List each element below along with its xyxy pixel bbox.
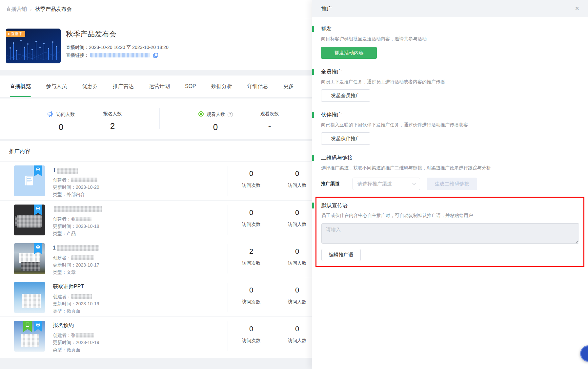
section-desc: 向员工下发推广任务，通过员工进行活动或者内容的推广传播 (321, 78, 579, 85)
content-type: 类型：文章 (53, 269, 99, 276)
visits-stat: 0 访问次数 (228, 169, 274, 188)
list-item[interactable]: T 创建者： 更新时间：2023-10-20 类型：外部内容 0 访问次数 (0, 162, 318, 200)
edit-slogan-button[interactable]: 编辑推广语 (321, 249, 361, 261)
close-icon[interactable]: × (575, 5, 579, 12)
breadcrumb-current: 秋季产品发布会 (35, 6, 72, 13)
target-eye-icon (198, 111, 204, 118)
green-bullet-icon (312, 203, 314, 208)
stat-viewers-label: 观看人数 (207, 112, 225, 118)
tab-promo-radar[interactable]: 推广雷达 (113, 76, 134, 97)
channel-select[interactable]: 请选择推广渠道 (353, 178, 420, 190)
breadcrumb: 直播营销 › 秋季产品发布会 (0, 0, 318, 19)
section-desc: 选择推广渠道，获取不同渠道的推广二维码与链接，对渠道推广效果进行跟踪与分析 (321, 164, 579, 171)
channel-select-placeholder: 请选择推广渠道 (357, 181, 392, 187)
overview-stats: 访问人数 0 报名人数 2 观看人数 ? 0 (0, 98, 318, 139)
live-info-section: 直播中 秋季产品发布会 直播时间： 2023-10-20 16:20 至 202… (0, 19, 318, 70)
redacted-image (21, 262, 40, 271)
content-creator: 创建者： (53, 254, 99, 261)
redacted-image (17, 215, 42, 228)
content-updated: 更新时间：2023-10-17 (53, 261, 99, 269)
list-item[interactable]: 获取讲师PPT 创建者： 更新时间：2023-10-19 类型：微页面 0 访问… (0, 278, 318, 316)
help-icon[interactable]: ? (228, 112, 233, 117)
section-staff-promo: 全员推广 向员工下发推广任务，通过员工进行活动或者内容的推广传播 发起全员推广 (321, 69, 579, 102)
section-desc: 员工或伙伴在内容中心自主推广时，可自动复制默认推广语，并粘贴给用户 (321, 212, 579, 219)
section-partner-promo: 伙伴推广 向已接入互联的下游伙伴下发推广任务，通过伙伴进行活动推广传播获客 发起… (321, 112, 579, 145)
content-info: 获取讲师PPT 创建者： 更新时间：2023-10-19 类型：微页面 (53, 282, 99, 316)
content-info: 创建者：张 更新时间：2023-10-18 类型：产品 (53, 205, 102, 239)
redacted-image (22, 294, 41, 308)
tab-bar: 直播概览 参与人员 优惠券 推广雷达 运营计划 SOP 数据分析 详细信息 更多 (0, 76, 318, 97)
stat-views-label: 观看次数 (260, 111, 279, 117)
stat-registrations-label: 报名人数 (103, 111, 122, 117)
start-partner-promo-button[interactable]: 发起伙伴推广 (321, 132, 370, 145)
target-ribbon-icon (34, 165, 42, 177)
visits-stat: 0 访问次数 (228, 286, 274, 305)
tab-participants[interactable]: 参与人员 (46, 76, 67, 97)
content-type: 类型：微页面 (53, 307, 99, 315)
live-time-label: 直播时间： (66, 43, 89, 51)
copy-link-icon[interactable] (153, 53, 158, 58)
live-time-value: 2023-10-20 16:20 至 2023-10-20 18:20 (89, 43, 169, 51)
live-status-badge: 直播中 (6, 31, 25, 37)
tab-sop[interactable]: SOP (185, 76, 196, 97)
stats-divider (159, 108, 160, 129)
live-info: 秋季产品发布会 直播时间： 2023-10-20 16:20 至 2023-10… (66, 29, 169, 63)
generate-qr-link-button[interactable]: 生成二维码链接 (427, 178, 477, 190)
redacted-text (76, 333, 94, 337)
tab-live-overview[interactable]: 直播概览 (10, 76, 31, 97)
content-title (53, 206, 102, 212)
promotion-panel: 推广 × 群发 向目标客户群组批量发送活动内容，邀请其参与活动 群发活动内容 全… (312, 0, 588, 369)
content-type: 类型：外部内容 (53, 191, 99, 198)
content-thumbnail (14, 205, 45, 235)
content-creator: 创建者： (53, 176, 99, 184)
content-title: 报名预约 (53, 322, 99, 329)
tab-details[interactable]: 详细信息 (247, 76, 268, 97)
content-type: 类型：微页面 (53, 346, 99, 353)
green-bullet-icon (312, 112, 314, 118)
row-divider (228, 205, 228, 235)
mass-send-button[interactable]: 群发活动内容 (321, 47, 377, 59)
chevron-down-icon (408, 178, 420, 190)
redacted-image (15, 216, 17, 226)
row-divider (228, 244, 228, 273)
row-divider (228, 321, 228, 351)
tab-coupons[interactable]: 优惠券 (82, 76, 98, 97)
slogan-input[interactable] (321, 223, 579, 244)
breadcrumb-root[interactable]: 直播营销 (6, 6, 27, 13)
visits-stat: 0 访问次数 (228, 325, 274, 344)
panel-header: 推广 × (312, 0, 588, 17)
content-info: 报名预约 创建者：张 更新时间：2023-10-19 类型：微页面 (53, 321, 99, 355)
channel-label: 推广渠道 (321, 181, 353, 187)
content-creator: 创建者： (53, 293, 99, 300)
stat-views-value: - (237, 121, 302, 131)
document-icon (25, 175, 34, 187)
section-title: 默认宣传语 (321, 202, 579, 209)
content-info: 1 创建者： 更新时间：2023-10-17 类型：文章 (53, 243, 99, 278)
breadcrumb-separator: › (30, 7, 32, 12)
content-thumbnail (14, 321, 45, 352)
content-thumbnail (14, 165, 45, 196)
target-ribbon-icon (34, 205, 42, 216)
start-staff-promo-button[interactable]: 发起全员推广 (321, 89, 370, 102)
content-title: 获取讲师PPT (53, 283, 99, 290)
list-item[interactable]: 创建者：张 更新时间：2023-10-18 类型：产品 0 访问次数 0 访问人… (0, 200, 318, 239)
content-creator: 创建者：张 (53, 215, 102, 223)
content-thumbnail (14, 282, 45, 313)
tab-operation-plan[interactable]: 运营计划 (149, 76, 170, 97)
content-type: 类型：产品 (53, 230, 102, 237)
form-ribbon-icon (23, 321, 32, 332)
stat-views: 观看次数 - (237, 111, 302, 131)
section-qr-link: 二维码与链接 选择推广渠道，获取不同渠道的推广二维码与链接，对渠道推广效果进行跟… (321, 155, 579, 190)
tab-more[interactable]: 更多 (283, 76, 294, 97)
stat-registrations: 报名人数 2 (86, 111, 139, 131)
row-divider (228, 166, 228, 196)
list-item[interactable]: 报名预约 创建者：张 更新时间：2023-10-19 类型：微页面 0 访问次数 (0, 316, 318, 355)
live-link-label: 直播链接： (66, 51, 89, 59)
content-updated: 更新时间：2023-10-19 (53, 339, 99, 346)
section-title: 二维码与链接 (321, 155, 579, 161)
content-title: T (53, 167, 99, 173)
highlight-box: 默认宣传语 员工或伙伴在内容中心自主推广时，可自动复制默认推广语，并粘贴给用户 … (315, 197, 584, 267)
list-item[interactable]: 1 创建者： 更新时间：2023-10-17 类型：文章 2 访问次数 (0, 239, 318, 278)
tab-data-analysis[interactable]: 数据分析 (211, 76, 232, 97)
redacted-image (19, 253, 40, 263)
